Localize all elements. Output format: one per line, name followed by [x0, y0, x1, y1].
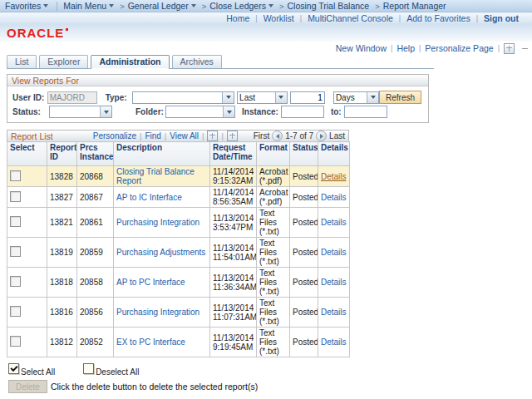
type-select[interactable]	[132, 91, 234, 104]
prcs-instance-cell: 20859	[77, 238, 114, 268]
oracle-logo: ORACLE	[7, 26, 64, 40]
registered-mark-icon	[66, 28, 68, 31]
report-id-cell: 13827	[47, 187, 77, 208]
breadcrumb-separator: >	[375, 2, 380, 11]
description-link[interactable]: Purchasing Integration	[116, 308, 200, 317]
breadcrumb-item-general-ledger[interactable]: General Ledger	[128, 1, 196, 11]
user-id-field[interactable]	[47, 91, 97, 104]
breadcrumb-bar: Favorites Main Menu > General Ledger > C…	[0, 0, 532, 12]
last-link[interactable]: Last	[329, 131, 345, 140]
separator: |	[399, 14, 401, 22]
col-format: Format	[257, 142, 290, 166]
folder-select[interactable]	[165, 106, 235, 118]
find-link[interactable]: Find	[145, 131, 160, 140]
details-link[interactable]: Details	[321, 308, 347, 317]
details-link[interactable]: Details	[321, 172, 347, 181]
col-details: Details	[318, 142, 350, 166]
delete-button[interactable]: Delete	[8, 380, 47, 393]
deselect-all-icon	[83, 363, 94, 374]
download-grid-icon[interactable]	[227, 131, 238, 141]
separator: |	[419, 44, 421, 52]
row-select-checkbox[interactable]	[10, 191, 21, 202]
main-menu[interactable]: Main Menu	[63, 1, 114, 11]
new-window-link[interactable]: New Window	[336, 43, 387, 53]
datetime-cell: 11/13/201411:54:01AM	[210, 238, 257, 268]
deselect-all-action[interactable]: Deselect All	[83, 363, 139, 377]
details-link[interactable]: Details	[321, 193, 347, 202]
breadcrumb-item-closing-trial-balance[interactable]: Closing Trial Balance	[288, 1, 370, 11]
select-all-action[interactable]: Select All	[8, 363, 55, 377]
view-all-link[interactable]: View All	[170, 131, 199, 140]
personalize-page-link[interactable]: Personalize Page	[425, 43, 493, 53]
format-cell: Acrobat (*.pdf)	[257, 187, 290, 208]
status-select[interactable]	[49, 106, 112, 118]
report-list-header: Report List Personalize | Find | View Al…	[7, 130, 349, 141]
selection-actions: Select All Deselect All	[8, 363, 532, 377]
type-label: Type:	[106, 93, 132, 102]
instance-from-field[interactable]	[281, 106, 324, 118]
report-list-title: Report List	[11, 131, 53, 141]
tab-administration[interactable]: Administration	[91, 55, 169, 68]
details-link[interactable]: Details	[321, 337, 347, 347]
table-row: 13827 20867 AP to IC Interface 11/14/201…	[7, 187, 350, 208]
chevron-down-icon	[109, 4, 114, 7]
details-link[interactable]: Details	[321, 248, 347, 257]
breadcrumb-label: Close Ledgers	[209, 1, 266, 11]
breadcrumb-item-report-manager[interactable]: Report Manager	[383, 1, 446, 11]
http-window-icon[interactable]	[504, 43, 515, 54]
help-link[interactable]: Help	[397, 43, 415, 53]
folder-label: Folder:	[135, 107, 165, 116]
multichannel-console-link[interactable]: MultiChannel Console	[308, 13, 393, 23]
col-status: Status	[290, 142, 318, 166]
details-link[interactable]: Details	[321, 218, 347, 227]
personalize-link[interactable]: Personalize	[93, 131, 136, 140]
row-select-checkbox[interactable]	[10, 246, 21, 257]
description-link[interactable]: AP to PC Interface	[116, 278, 185, 287]
col-prcs-instance: Prcs Instance	[77, 142, 114, 166]
breadcrumb-item-close-ledgers[interactable]: Close Ledgers	[209, 1, 273, 11]
row-select-checkbox[interactable]	[10, 276, 21, 287]
zoom-grid-icon[interactable]	[207, 131, 218, 141]
sign-out-link[interactable]: Sign out	[484, 13, 519, 23]
row-select-checkbox[interactable]	[10, 306, 21, 317]
col-select: Select	[7, 142, 47, 166]
next-page-icon[interactable]	[316, 131, 327, 141]
first-link[interactable]: First	[254, 131, 269, 140]
format-cell: Acrobat (*.pdf)	[257, 166, 290, 187]
description-link[interactable]: Closing Trial Balance Report	[116, 167, 195, 185]
resize-handle	[522, 48, 528, 49]
instance-to-field[interactable]	[344, 106, 387, 118]
description-link[interactable]: Purchasing Adjustments	[116, 248, 205, 257]
last-select[interactable]: Last	[237, 91, 288, 104]
prcs-instance-cell: 20868	[77, 166, 114, 187]
row-select-checkbox[interactable]	[10, 170, 21, 181]
col-description: Description	[114, 142, 210, 166]
refresh-button[interactable]: Refresh	[379, 91, 421, 104]
add-to-favorites-link[interactable]: Add to Favorites	[406, 13, 470, 23]
status-cell: Posted	[290, 238, 318, 268]
select-all-icon	[8, 363, 19, 374]
grid-pagination: First 1-7 of 7 Last	[254, 131, 345, 141]
row-select-checkbox[interactable]	[10, 216, 21, 227]
worklist-link[interactable]: Worklist	[264, 13, 294, 23]
datetime-cell: 11/13/201411:36:34AM	[210, 268, 257, 298]
chevron-down-icon	[100, 106, 111, 117]
previous-page-icon[interactable]	[272, 131, 283, 141]
details-link[interactable]: Details	[321, 278, 347, 287]
breadcrumb-separator: >	[202, 2, 207, 11]
tab-archives[interactable]: Archives	[172, 55, 222, 68]
home-link[interactable]: Home	[226, 13, 249, 23]
datetime-cell: 11/13/20143:53:47PM	[210, 208, 257, 238]
row-select-checkbox[interactable]	[10, 336, 21, 347]
description-link[interactable]: EX to PC Interface	[116, 337, 185, 347]
chevron-down-icon	[367, 92, 378, 103]
tab-list[interactable]: List	[7, 55, 37, 68]
description-link[interactable]: Purchasing Integration	[116, 218, 200, 227]
days-select[interactable]: Days	[333, 91, 379, 104]
col-report-id: Report ID	[47, 142, 77, 166]
last-count-field[interactable]	[290, 91, 325, 104]
tab-explorer[interactable]: Explorer	[39, 55, 88, 68]
favorites-menu[interactable]: Favorites	[5, 1, 48, 11]
separator: |	[255, 14, 257, 22]
description-link[interactable]: AP to IC Interface	[116, 193, 182, 202]
